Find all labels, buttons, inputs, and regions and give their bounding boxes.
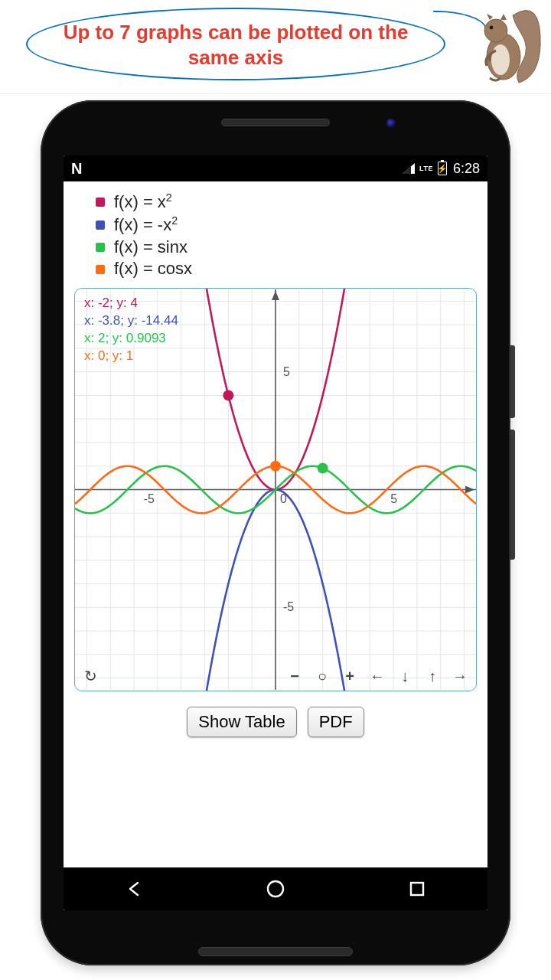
reset-icon[interactable]: ↻: [82, 667, 99, 685]
button-row: Show Table PDF: [64, 707, 487, 737]
legend-label: f(x) = cosx: [114, 258, 192, 280]
pan-right-icon[interactable]: →: [452, 668, 468, 685]
app-content: f(x) = x2 f(x) = -x2 f(x) = sinx f(x) = …: [64, 181, 487, 867]
pdf-button[interactable]: PDF: [308, 707, 364, 737]
cursor-line: x: -2; y: 4: [84, 295, 178, 312]
legend-swatch: [96, 220, 105, 230]
back-icon[interactable]: [112, 867, 155, 910]
volume-button: [510, 345, 515, 418]
svg-text:5: 5: [390, 492, 397, 505]
legend-item: f(x) = -x2: [94, 214, 487, 237]
zoom-in-icon[interactable]: +: [341, 668, 358, 685]
phone-screen: N LTE ⚡ 6:28 f(x) = x2: [64, 155, 487, 910]
speech-bubble: Up to 7 graphs can be plotted on the sam…: [26, 8, 445, 80]
svg-point-53: [268, 881, 283, 897]
phone-frame: N LTE ⚡ 6:28 f(x) = x2: [41, 100, 510, 965]
pan-up-icon[interactable]: ↑: [424, 668, 441, 685]
legend-item: f(x) = x2: [94, 191, 487, 214]
signal-icon: [403, 163, 415, 174]
status-bar: N LTE ⚡ 6:28: [64, 155, 487, 181]
legend-swatch: [96, 198, 105, 207]
speaker-bottom: [198, 947, 353, 956]
squirrel-illustration: [468, 0, 545, 88]
svg-point-50: [223, 390, 233, 400]
svg-text:-5: -5: [283, 600, 294, 613]
svg-point-3: [490, 26, 494, 30]
legend-item: f(x) = sinx: [94, 237, 487, 259]
function-legend: f(x) = x2 f(x) = -x2 f(x) = sinx f(x) = …: [64, 181, 487, 288]
svg-point-2: [484, 19, 507, 42]
battery-charging-icon: ⚡: [438, 162, 447, 175]
phone-mockup: N LTE ⚡ 6:28 f(x) = x2: [0, 94, 551, 980]
svg-point-52: [270, 461, 281, 472]
recents-icon[interactable]: [396, 867, 439, 910]
cursor-readout: x: -2; y: 4 x: -3.8; y: -14.44 x: 2; y: …: [84, 295, 178, 365]
pan-down-icon[interactable]: ↓: [396, 668, 413, 685]
legend-label: f(x) = sinx: [114, 237, 187, 259]
show-table-button[interactable]: Show Table: [187, 707, 296, 737]
legend-swatch: [96, 265, 105, 274]
cursor-line: x: 2; y: 0.9093: [84, 330, 178, 348]
clock-readout: 6:28: [453, 161, 480, 177]
network-label: LTE: [419, 165, 433, 172]
legend-item: f(x) = cosx: [94, 258, 487, 280]
cursor-line: x: -3.8; y: -14.44: [84, 312, 178, 330]
power-button: [510, 430, 515, 560]
home-icon[interactable]: [254, 867, 297, 910]
zoom-out-icon[interactable]: −: [286, 668, 303, 685]
svg-point-51: [318, 463, 328, 474]
plot-panel[interactable]: -505-55 x: -2; y: 4 x: -3.8; y: -14.44 x…: [74, 288, 477, 691]
cursor-line: x: 0; y: 1: [84, 348, 178, 365]
svg-rect-54: [411, 883, 423, 895]
legend-swatch: [96, 243, 105, 252]
legend-label: f(x) = -x2: [114, 214, 178, 237]
speaker-top: [221, 119, 330, 126]
plot-toolbar: ↻ − ○ + ← ↓ ↑ →: [75, 663, 476, 689]
android-n-icon: N: [71, 160, 82, 178]
pan-left-icon[interactable]: ←: [369, 668, 386, 685]
promo-banner: Up to 7 graphs can be plotted on the sam…: [0, 0, 551, 94]
svg-text:-5: -5: [144, 492, 155, 505]
android-nav-bar: [64, 867, 487, 910]
legend-label: f(x) = x2: [114, 191, 172, 214]
camera-dot: [386, 119, 396, 128]
svg-text:5: 5: [283, 365, 290, 378]
zoom-fit-icon[interactable]: ○: [314, 668, 331, 685]
svg-marker-44: [272, 291, 279, 300]
svg-marker-43: [465, 486, 474, 494]
svg-marker-6: [403, 166, 411, 174]
svg-point-1: [491, 44, 510, 75]
speech-text: Up to 7 graphs can be plotted on the sam…: [64, 21, 409, 69]
